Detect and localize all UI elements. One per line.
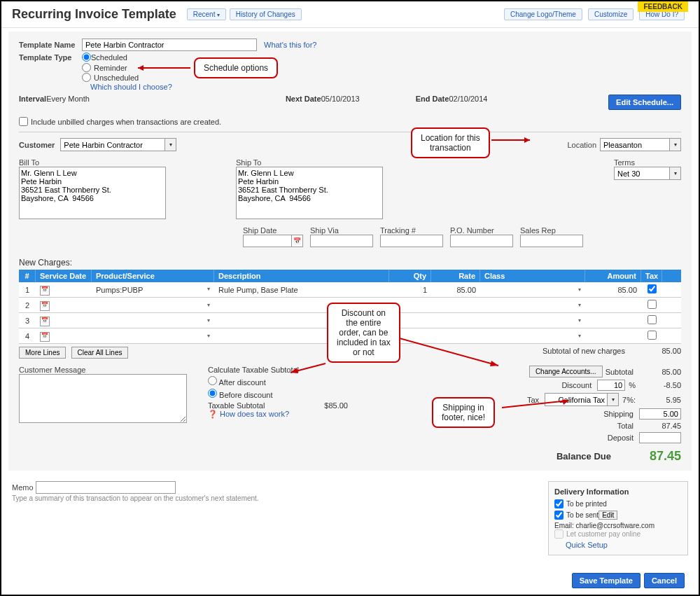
table-row[interactable]: 1 📅 Pumps:PUBP▾ Rule Pump, Base Plate 1 … [19,282,681,298]
customer-message-label: Customer Message [19,366,194,374]
dropdown-arrow-icon[interactable]: ▾ [207,302,210,308]
memo-input[interactable] [36,481,176,494]
po-input[interactable] [450,235,513,247]
dropdown-arrow-icon[interactable]: ▾ [578,333,581,339]
tax-checkbox[interactable] [648,315,657,324]
discount-value: -8.50 [639,381,681,389]
location-input[interactable] [600,138,670,151]
calendar-icon[interactable]: 📅 [40,317,50,326]
calendar-icon[interactable]: 📅 [292,235,303,247]
which-choose-link[interactable]: Which should I choose? [90,83,172,91]
terms-dropdown-arrow[interactable]: ▾ [670,167,681,180]
dropdown-arrow-icon[interactable]: ▾ [578,302,581,308]
edit-delivery-button[interactable]: Edit [598,511,617,520]
reminder-radio[interactable] [82,63,91,72]
discount-pct-input[interactable] [597,380,625,391]
cancel-button[interactable]: Cancel [644,573,685,588]
ship-to-textarea[interactable]: Mr. Glenn L Lew Pete Harbin 36521 East T… [236,167,383,219]
change-accounts-button[interactable]: Change Accounts... [529,366,603,377]
next-date-label: Next Date [286,95,321,103]
page-header: Recurring Invoice Template Recent Histor… [1,1,699,28]
recent-button[interactable]: Recent [187,8,226,20]
scheduled-radio[interactable] [82,53,91,62]
customer-message-textarea[interactable] [19,374,187,423]
shipping-input[interactable] [639,408,681,420]
feedback-tab[interactable]: FEEDBACK [638,1,688,12]
tax-help-link[interactable]: How does tax work? [220,410,289,418]
template-type-label: Template Type [19,53,82,62]
calendar-icon[interactable]: 📅 [40,286,50,296]
customer-input[interactable] [60,138,165,151]
to-be-sent-checkbox[interactable] [554,511,564,520]
after-discount-radio[interactable] [208,376,217,385]
callout-discount: Discount on the entire order, can be inc… [327,303,400,363]
subtotal-new-value: 85.00 [625,347,681,355]
po-label: P.O. Number [450,226,513,235]
ship-date-input[interactable] [243,235,292,247]
tracking-input[interactable] [380,235,443,247]
to-be-printed-checkbox[interactable] [554,499,564,508]
taxable-subtotal-value: $85.00 [324,401,348,410]
dropdown-arrow-icon[interactable]: ▾ [207,286,210,292]
unscheduled-label: Unscheduled [94,74,139,82]
template-name-input[interactable] [82,39,257,51]
sales-rep-input[interactable] [520,235,583,247]
interval-value: Every Month [46,95,90,103]
template-name-label: Template Name [19,41,82,49]
dropdown-arrow-icon[interactable]: ▾ [578,317,581,324]
balance-value: 87.45 [625,449,681,464]
delivery-box: Delivery Information To be printed To be… [548,481,688,555]
change-logo-button[interactable]: Change Logo/Theme [504,8,582,20]
sales-rep-label: Sales Rep [520,226,583,235]
scheduled-label: Scheduled [91,53,127,62]
customize-button[interactable]: Customize [588,8,634,20]
edit-schedule-button[interactable]: Edit Schedule... [608,95,681,110]
dropdown-arrow-icon[interactable]: ▾ [207,333,210,339]
ship-via-input[interactable] [310,235,373,247]
location-dropdown-arrow[interactable]: ▾ [670,138,681,151]
terms-input[interactable] [614,167,670,180]
tax-value: 5.95 [639,396,681,404]
taxable-subtotal-label: Taxable Subtotal [208,401,265,410]
ship-to-label: Ship To [236,158,383,167]
dropdown-arrow-icon[interactable]: ▾ [207,317,210,324]
calendar-icon[interactable]: 📅 [40,301,50,311]
terms-label: Terms [614,158,681,167]
total-value: 87.45 [639,422,681,430]
unscheduled-radio[interactable] [82,73,91,82]
deposit-input[interactable] [639,432,681,443]
tax-checkbox[interactable] [648,331,657,340]
callout-shipping: Shipping in footer, nice! [432,397,495,428]
whats-this-link[interactable]: What's this for? [264,41,316,49]
delivery-email: charlie@ccrsoftware.com [576,522,654,529]
end-date-value: 02/10/2014 [449,95,487,103]
more-lines-button[interactable]: More Lines [19,347,66,359]
before-discount-radio[interactable] [208,389,217,398]
svg-marker-1 [138,65,144,71]
svg-marker-5 [290,368,298,373]
include-unbilled-label: Include unbilled charges when transactio… [31,118,221,126]
bill-to-textarea[interactable]: Mr. Glenn L Lew Pete Harbin 36521 East T… [19,167,166,219]
quick-setup-link[interactable]: Quick Setup [566,541,608,549]
customer-dropdown-arrow[interactable]: ▾ [165,138,176,151]
ship-via-label: Ship Via [310,226,373,235]
end-date-label: End Date [416,95,449,103]
clear-lines-button[interactable]: Clear All Lines [71,347,129,359]
memo-hint: Type a summary of this transaction to ap… [12,494,259,502]
history-button[interactable]: History of Changes [230,8,302,20]
pay-online-checkbox [554,529,564,539]
balance-label: Balance Due [556,451,611,462]
page-title: Recurring Invoice Template [12,7,176,22]
delivery-title: Delivery Information [554,487,682,496]
dropdown-arrow-icon[interactable]: ▾ [578,286,581,293]
svg-marker-3 [524,137,530,143]
include-unbilled-checkbox[interactable] [19,117,28,126]
tax-checkbox[interactable] [648,284,657,293]
calendar-icon[interactable]: 📅 [40,332,50,342]
next-date-value: 05/10/2013 [321,95,360,103]
save-template-button[interactable]: Save Template [572,573,640,588]
callout-location: Location for this transaction [411,127,490,158]
svg-marker-7 [490,361,498,366]
location-label: Location [567,141,596,149]
tax-checkbox[interactable] [648,300,657,309]
